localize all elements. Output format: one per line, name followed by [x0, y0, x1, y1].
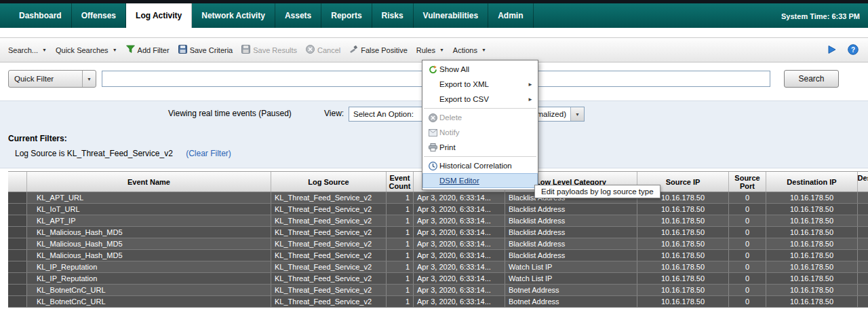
tab-vulnerabilities[interactable]: Vulnerabilities: [414, 3, 489, 28]
cell-time: Apr 3, 2020, 6:33:14...: [414, 250, 505, 261]
current-filters-title: Current Filters:: [8, 134, 67, 143]
header-destination-port[interactable]: Destination Port: [858, 172, 868, 192]
tab-dashboard[interactable]: Dashboard: [9, 3, 72, 28]
quick-filter-dropdown[interactable]: Quick Filter ▼: [8, 70, 96, 88]
quick-searches-button[interactable]: Quick Searches ▼: [56, 46, 117, 54]
cell-source-ip: 10.16.178.50: [637, 285, 729, 295]
menu-item-label: Delete: [439, 113, 462, 122]
cell-log-source: KL_Threat_Feed_Service_v2: [271, 261, 387, 272]
header-event-name[interactable]: Event Name: [27, 172, 271, 192]
search-menu-button[interactable]: Search... ▼: [8, 46, 47, 54]
row-select-cell[interactable]: [8, 204, 27, 215]
tab-offenses[interactable]: Offenses: [72, 3, 126, 28]
save-criteria-button[interactable]: Save Criteria: [178, 45, 233, 55]
cell-log-source: KL_Threat_Feed_Service_v2: [271, 215, 387, 226]
tab-risks[interactable]: Risks: [372, 3, 414, 28]
cell-time: Apr 3, 2020, 6:33:14...: [414, 215, 505, 226]
clear-filter-link[interactable]: (Clear Filter): [186, 149, 231, 158]
cell-event-name: KL_APT_IP: [27, 215, 271, 226]
table-row[interactable]: KL_IP_Reputation KL_Threat_Feed_Service_…: [8, 273, 868, 285]
cell-source-ip: 10.16.178.50: [637, 238, 729, 249]
row-select-cell[interactable]: [8, 227, 27, 238]
quick-searches-label: Quick Searches: [56, 46, 108, 54]
cell-time: Apr 3, 2020, 6:33:14...: [414, 192, 505, 203]
header-source-port[interactable]: Source Port: [729, 172, 766, 192]
false-positive-label: False Positive: [361, 46, 407, 54]
cell-category: Blacklist Address: [505, 250, 637, 261]
delete-circle-icon: [426, 113, 439, 122]
menu-item-notify[interactable]: Notify: [422, 125, 538, 140]
hammer-icon: [349, 45, 358, 55]
tab-admin[interactable]: Admin: [488, 3, 533, 28]
cell-destination-ip: 10.16.178.50: [766, 273, 858, 284]
table-row[interactable]: KL_Malicious_Hash_MD5 KL_Threat_Feed_Ser…: [8, 250, 868, 261]
cell-event-name: KL_BotnetCnC_URL: [27, 285, 271, 295]
cell-source-port: 0: [729, 261, 766, 272]
help-icon[interactable]: ?: [848, 44, 859, 56]
cell-time: Apr 3, 2020, 6:33:14...: [414, 238, 505, 249]
table-row[interactable]: KL_BotnetCnC_URL KL_Threat_Feed_Service_…: [8, 296, 868, 308]
row-select-cell[interactable]: [8, 261, 27, 272]
cell-source-port: 0: [729, 215, 766, 226]
header-log-source[interactable]: Log Source: [271, 172, 387, 192]
menu-item-dsm-editor[interactable]: DSM Editor: [422, 173, 538, 188]
cancel-button[interactable]: Cancel: [306, 45, 340, 55]
cell-destination-port: [858, 285, 868, 295]
menu-item-print[interactable]: Print: [422, 140, 538, 155]
menu-item-historical-correlation[interactable]: Historical Correlation: [422, 158, 538, 173]
menu-item-show-all[interactable]: Show All: [422, 62, 538, 77]
cell-destination-ip: 10.16.178.50: [766, 296, 858, 307]
menu-separator: [424, 156, 536, 157]
table-row[interactable]: KL_IP_Reputation KL_Threat_Feed_Service_…: [8, 261, 868, 273]
header-event-count[interactable]: Event Count: [387, 172, 414, 192]
cell-time: Apr 3, 2020, 6:33:14...: [414, 273, 505, 284]
cell-log-source: KL_Threat_Feed_Service_v2: [271, 250, 387, 261]
cell-log-source: KL_Threat_Feed_Service_v2: [271, 273, 387, 284]
tab-log-activity[interactable]: Log Activity: [126, 3, 192, 28]
add-filter-label: Add Filter: [138, 46, 170, 54]
row-select-cell[interactable]: [8, 285, 27, 295]
cell-category: Blacklist Address: [505, 227, 637, 238]
header-destination-ip[interactable]: Destination IP: [766, 172, 858, 192]
cell-source-ip: 10.16.178.50: [637, 296, 729, 307]
row-select-cell[interactable]: [8, 192, 27, 203]
row-select-cell[interactable]: [8, 238, 27, 249]
cell-destination-port: [858, 227, 868, 238]
row-select-cell[interactable]: [8, 250, 27, 261]
tab-reports[interactable]: Reports: [321, 3, 372, 28]
chevron-down-icon: ▼: [82, 71, 96, 87]
menu-item-delete[interactable]: Delete: [422, 110, 538, 125]
cell-destination-ip: 10.16.178.50: [766, 192, 858, 203]
save-results-label: Save Results: [253, 46, 297, 54]
row-select-cell[interactable]: [8, 273, 27, 284]
save-results-button[interactable]: Save Results: [241, 45, 297, 55]
table-row[interactable]: KL_IoT_URL KL_Threat_Feed_Service_v2 1 A…: [8, 204, 868, 215]
play-icon[interactable]: [827, 45, 837, 56]
tab-network-activity[interactable]: Network Activity: [192, 3, 275, 28]
cell-event-name: KL_IP_Reputation: [27, 273, 271, 284]
row-select-cell[interactable]: [8, 296, 27, 307]
false-positive-button[interactable]: False Positive: [349, 45, 407, 55]
search-button[interactable]: Search: [784, 70, 839, 88]
chevron-down-icon: ▼: [113, 48, 117, 52]
menu-item-export-csv[interactable]: Export to CSV ►: [422, 92, 538, 107]
cell-time: Apr 3, 2020, 6:33:14...: [414, 227, 505, 238]
table-row[interactable]: KL_BotnetCnC_URL KL_Threat_Feed_Service_…: [8, 285, 868, 296]
table-row[interactable]: KL_Malicious_Hash_MD5 KL_Threat_Feed_Ser…: [8, 227, 868, 238]
row-select-cell[interactable]: [8, 215, 27, 226]
actions-button[interactable]: Actions ▼: [453, 46, 486, 54]
event-table: Event Name Log Source Event Count Time L…: [8, 171, 868, 308]
menu-item-export-xml[interactable]: Export to XML ►: [422, 77, 538, 92]
cell-event-count: 1: [387, 204, 414, 215]
add-filter-button[interactable]: Add Filter: [126, 45, 170, 55]
table-row[interactable]: KL_APT_IP KL_Threat_Feed_Service_v2 1 Ap…: [8, 215, 868, 227]
table-row[interactable]: KL_APT_URL KL_Threat_Feed_Service_v2 1 A…: [8, 192, 868, 204]
cell-destination-port: [858, 204, 868, 215]
cell-event-name: KL_IoT_URL: [27, 204, 271, 215]
rules-button[interactable]: Rules ▼: [416, 46, 444, 54]
cell-source-ip: 10.16.178.50: [637, 261, 729, 272]
tab-assets[interactable]: Assets: [275, 3, 321, 28]
table-row[interactable]: KL_Malicious_Hash_MD5 KL_Threat_Feed_Ser…: [8, 238, 868, 250]
quick-filter-dropdown-label: Quick Filter: [14, 75, 54, 83]
save-criteria-label: Save Criteria: [190, 46, 233, 54]
